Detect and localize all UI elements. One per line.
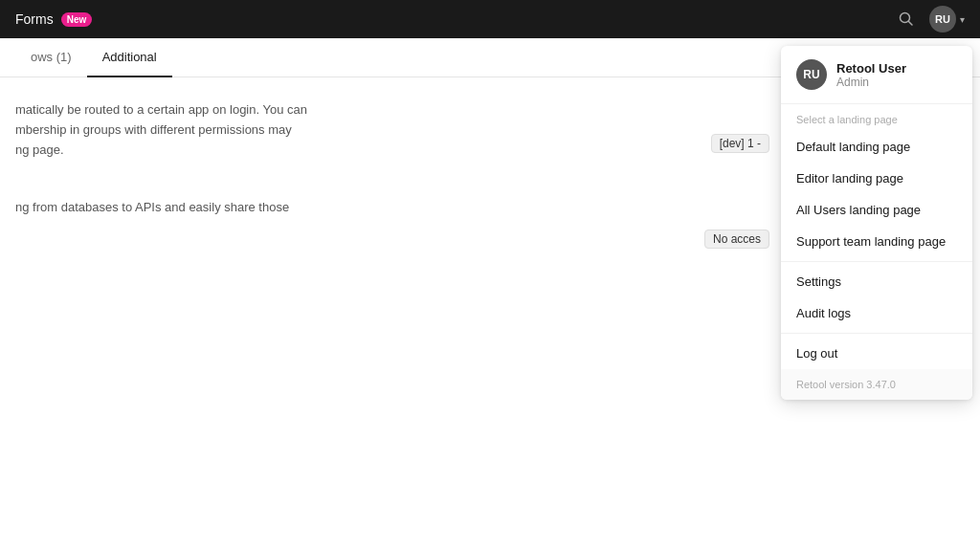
content-paragraph-2: ng from databases to APIs and easily sha…: [15, 198, 494, 218]
divider-2: [781, 333, 972, 334]
landing-page-support[interactable]: Support team landing page: [781, 226, 972, 257]
svg-line-1: [909, 22, 913, 26]
user-menu-button[interactable]: RU ▾: [929, 6, 965, 33]
dropdown-username: Retool User: [836, 61, 906, 76]
main-content: ows (1) Additional matically be routed t…: [0, 38, 980, 547]
divider-1: [781, 261, 972, 262]
search-button[interactable]: [891, 4, 922, 34]
version-text: Retool version 3.47.0: [781, 369, 972, 400]
app-name: Forms: [15, 11, 54, 27]
logout-item[interactable]: Log out: [781, 338, 972, 369]
audit-logs-item[interactable]: Audit logs: [781, 297, 972, 329]
content-paragraph-1: matically be routed to a certain app on …: [15, 100, 494, 160]
navbar: Forms New RU ▾: [0, 0, 980, 38]
dropdown-avatar: RU: [796, 59, 827, 90]
dropdown-user-info: Retool User Admin: [836, 61, 906, 89]
new-badge: New: [61, 12, 93, 27]
tab-rows[interactable]: ows (1): [15, 38, 87, 77]
settings-item[interactable]: Settings: [781, 266, 972, 297]
dev-badge: [dev] 1 -: [711, 134, 769, 153]
dropdown-header: RU Retool User Admin: [781, 46, 972, 104]
no-access-badge: No acces: [704, 230, 769, 249]
landing-page-section-label: Select a landing page: [781, 104, 972, 131]
navbar-right: RU ▾: [891, 4, 965, 34]
landing-page-editor[interactable]: Editor landing page: [781, 163, 972, 194]
navbar-left: Forms New: [15, 11, 92, 27]
landing-page-default[interactable]: Default landing page: [781, 131, 972, 163]
dropdown-role: Admin: [836, 76, 906, 89]
search-icon: [899, 11, 914, 27]
user-dropdown-menu: RU Retool User Admin Select a landing pa…: [781, 46, 972, 400]
tab-additional[interactable]: Additional: [87, 38, 172, 77]
chevron-down-icon: ▾: [960, 14, 965, 25]
landing-page-all-users[interactable]: All Users landing page: [781, 194, 972, 226]
navbar-avatar: RU: [929, 6, 956, 33]
